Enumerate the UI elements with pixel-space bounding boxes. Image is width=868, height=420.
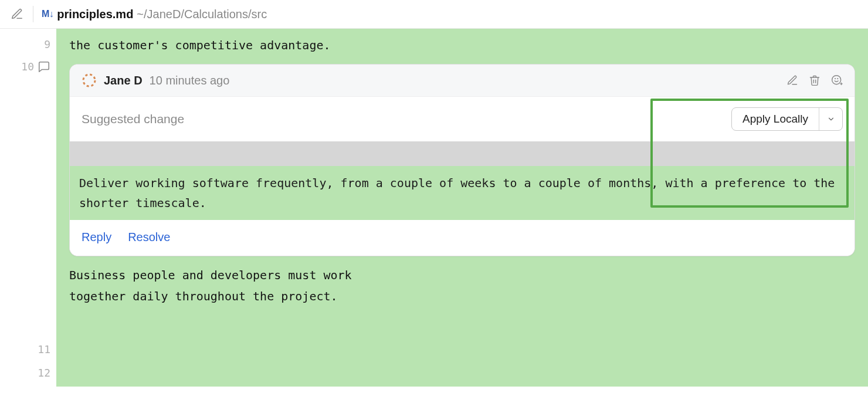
- editor-content[interactable]: the customer's competitive advantage. Ja…: [56, 29, 868, 387]
- apply-dropdown-caret-icon[interactable]: [819, 108, 842, 130]
- file-path: ~/JaneD/Calculations/src: [137, 8, 267, 21]
- apply-split-button: Apply Locally Commit…: [731, 107, 843, 131]
- review-timestamp: 10 minutes ago: [150, 74, 230, 87]
- resolve-button[interactable]: Resolve: [128, 231, 170, 244]
- code-line: Business people and developers must work: [56, 265, 868, 286]
- emoji-reaction-icon[interactable]: [831, 74, 843, 86]
- code-line: together daily throughout the project.: [56, 286, 868, 307]
- svg-point-2: [835, 79, 836, 79]
- review-header: Jane D 10 minutes ago: [70, 65, 855, 96]
- svg-point-3: [838, 79, 838, 79]
- gutter-line: 9: [0, 35, 56, 58]
- review-card: Jane D 10 minutes ago Suggested change: [69, 64, 855, 256]
- line-number: 10: [21, 60, 34, 73]
- svg-point-0: [83, 74, 95, 86]
- review-author: Jane D: [104, 74, 143, 87]
- apply-locally-button[interactable]: Apply Locally: [732, 108, 819, 130]
- gutter-line: 10: [0, 58, 56, 340]
- avatar-icon: [82, 73, 97, 88]
- review-footer: Reply Resolve: [70, 220, 855, 256]
- editor: 9 10 11 12 the customer's competitive ad…: [0, 29, 868, 387]
- code-line: the customer's competitive advantage.: [56, 35, 868, 56]
- file-name: principles.md: [57, 8, 133, 21]
- svg-point-1: [832, 76, 841, 84]
- diff-removed-line: [70, 141, 855, 166]
- edit-comment-icon[interactable]: [786, 74, 798, 86]
- edit-icon[interactable]: [9, 6, 25, 22]
- gutter: 9 10 11 12: [0, 29, 56, 387]
- review-actions: [786, 74, 843, 86]
- comment-icon[interactable]: [38, 60, 50, 73]
- diff-block: Deliver working software frequently, fro…: [70, 141, 855, 220]
- suggested-change-label: Suggested change: [82, 112, 184, 126]
- suggest-bar: Suggested change Apply Locally Commit…: [70, 96, 855, 141]
- diff-added-line: Deliver working software frequently, fro…: [70, 166, 855, 220]
- file-label[interactable]: M↓ principles.md ~/JaneD/Calculations/sr…: [42, 8, 267, 21]
- reply-button[interactable]: Reply: [82, 231, 111, 244]
- markdown-badge-icon: M↓: [42, 9, 53, 19]
- file-header: M↓ principles.md ~/JaneD/Calculations/sr…: [0, 0, 868, 29]
- divider: [33, 6, 33, 22]
- delete-comment-icon[interactable]: [809, 74, 820, 86]
- gutter-line: 12: [0, 363, 56, 387]
- gutter-line: 11: [0, 340, 56, 363]
